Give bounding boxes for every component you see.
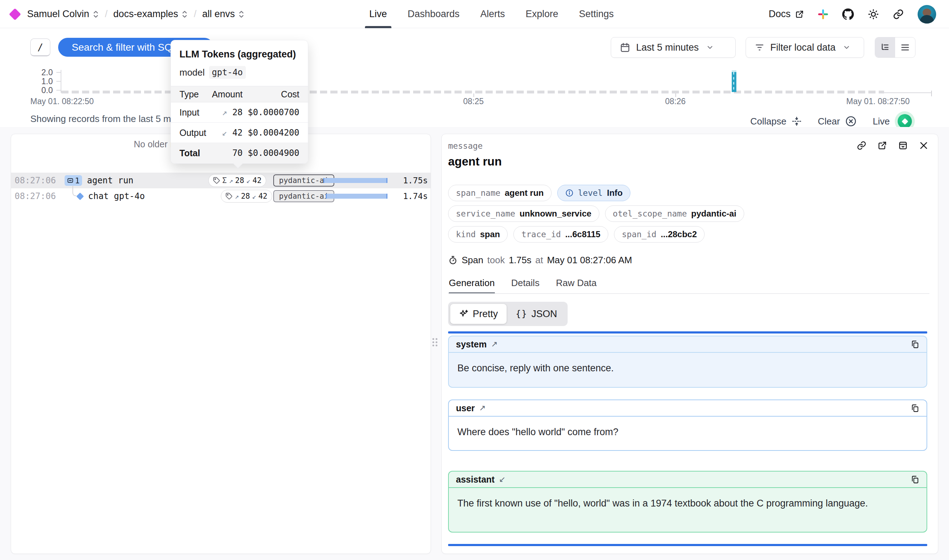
project-selector[interactable]: docs-examples xyxy=(114,9,188,20)
copy-icon[interactable] xyxy=(911,475,920,484)
y-axis-tick: 2.0 xyxy=(22,68,53,77)
open-in-new-icon[interactable] xyxy=(877,140,887,151)
attr-value: Info xyxy=(607,188,623,198)
panel-resize-handle[interactable] xyxy=(432,338,439,349)
share-link-icon[interactable] xyxy=(893,9,904,20)
trace-row-time: 08:27:06 xyxy=(15,188,56,204)
clear-circle-x-icon xyxy=(845,115,857,127)
message-text: Where does "hello world" come from? xyxy=(449,417,926,448)
org-name: Samuel Colvin xyxy=(27,9,89,20)
service-name-pill[interactable]: service_name unknown_service xyxy=(448,205,599,222)
span-timestamp: May 01 08:27:06 AM xyxy=(547,255,632,266)
col-cost: Cost xyxy=(243,86,308,102)
collapse-button[interactable]: Collapse xyxy=(750,116,802,127)
docs-link[interactable]: Docs xyxy=(769,9,804,20)
input-arrow-icon: ↗ xyxy=(222,108,227,117)
pretty-label: Pretty xyxy=(473,309,498,320)
duration-bar[interactable] xyxy=(326,194,388,198)
sparkle-icon xyxy=(459,309,469,319)
collapse-children-badge[interactable]: 1 xyxy=(65,175,82,186)
filter-local-data-dropdown[interactable]: Filter local data xyxy=(746,37,864,58)
attr-key: otel_scope_name xyxy=(613,209,687,218)
otel-scope-pill[interactable]: otel_scope_name pydantic-ai xyxy=(605,205,744,222)
token-summary-pill[interactable]: Σ ↗ 28 ↙ 42 xyxy=(208,174,266,187)
kind-pill[interactable]: kind span xyxy=(448,226,508,243)
input-tokens-arrow-icon: ↗ xyxy=(229,177,233,185)
info-icon xyxy=(565,189,574,197)
user-avatar[interactable] xyxy=(918,5,936,23)
close-icon[interactable] xyxy=(919,140,929,151)
nav-tab-alerts[interactable]: Alerts xyxy=(480,0,505,28)
col-type: Type xyxy=(171,86,209,102)
attr-key: span_name xyxy=(456,188,501,198)
x-axis-label-mid1: 08:25 xyxy=(455,96,491,106)
y-axis-tick: 1.0 xyxy=(22,77,53,86)
y-axis-tickmark xyxy=(56,90,61,91)
tag-icon xyxy=(226,192,232,200)
span-detail-panel: message agent run span_name agent run xyxy=(441,134,938,554)
y-axis-tickmark xyxy=(56,81,61,82)
span-id-pill[interactable]: span_id ...28cbc2 xyxy=(614,226,704,243)
logfire-logo-icon xyxy=(9,8,21,20)
logfire-app: Samuel Colvin / docs-examples / all envs… xyxy=(0,0,949,560)
environment-selector[interactable]: all envs xyxy=(202,9,245,20)
row-type: Total xyxy=(171,143,209,163)
message-role: assistant xyxy=(456,474,494,485)
breadcrumb: Samuel Colvin / docs-examples / all envs xyxy=(11,0,245,28)
message-text: The first known use of "hello, world" wa… xyxy=(449,488,926,519)
output-tokens-arrow-icon: ↙ xyxy=(246,177,250,185)
json-label: JSON xyxy=(531,309,557,320)
copy-link-icon[interactable] xyxy=(857,140,867,151)
stopwatch-icon xyxy=(448,255,458,265)
collapse-label: Collapse xyxy=(750,116,786,127)
took-word: took xyxy=(488,255,505,266)
nav-tab-explore[interactable]: Explore xyxy=(526,0,558,28)
detail-tabs: Generation Details Raw Data xyxy=(449,277,597,294)
span-title: agent run xyxy=(448,155,501,168)
row-amount: 28 xyxy=(232,108,243,117)
list-view-button[interactable] xyxy=(895,37,915,57)
nav-tab-settings[interactable]: Settings xyxy=(579,0,614,28)
tabs-divider xyxy=(448,293,929,294)
tab-generation[interactable]: Generation xyxy=(449,277,495,294)
span-name: agent run xyxy=(87,172,134,188)
github-icon[interactable] xyxy=(842,8,854,20)
copy-icon[interactable] xyxy=(911,404,920,413)
dock-panel-icon[interactable] xyxy=(898,140,908,151)
message-card-assistant: assistant ↙ The first known use of "hell… xyxy=(448,471,927,532)
pretty-view-button[interactable]: Pretty xyxy=(450,304,507,324)
scope-tag[interactable]: pydantic-ai xyxy=(273,190,334,202)
row-cost: $0.0004900 xyxy=(243,143,308,163)
scroll-indicator-bottom xyxy=(448,544,927,546)
attr-key: kind xyxy=(456,230,475,239)
docs-label: Docs xyxy=(769,9,791,20)
list-view-icon xyxy=(900,42,910,52)
theme-sun-icon[interactable] xyxy=(867,9,879,20)
message-role: user xyxy=(456,403,475,414)
slack-icon[interactable] xyxy=(818,9,828,20)
token-summary-pill[interactable]: ↗ 28 ↙ 42 xyxy=(221,190,272,203)
table-row-output: Output ↙ 42 $0.0004200 xyxy=(171,123,308,143)
llm-tokens-tooltip: LLM Tokens (aggregated) model gpt-4o Typ… xyxy=(171,40,308,164)
copy-icon[interactable] xyxy=(911,340,920,349)
x-axis-label-end: May 01. 08:27:50 xyxy=(846,96,910,106)
duration-bar[interactable] xyxy=(323,178,388,183)
span-name-pill[interactable]: span_name agent run xyxy=(448,185,552,201)
json-view-button[interactable]: {} JSON xyxy=(507,304,566,324)
children-count: 1 xyxy=(75,176,80,185)
tab-raw-data[interactable]: Raw Data xyxy=(556,277,597,294)
trace-id-pill[interactable]: trace_id ...6c8115 xyxy=(514,226,608,243)
nav-tab-live[interactable]: Live xyxy=(369,0,387,28)
nav-tab-dashboards[interactable]: Dashboards xyxy=(408,0,460,28)
org-selector[interactable]: Samuel Colvin xyxy=(27,9,99,20)
trace-row-chat-gpt-4o[interactable]: 08:27:06 chat gpt-4o ↗ 28 ↙ 42 pydantic-… xyxy=(11,188,431,204)
attr-key: level xyxy=(578,188,603,198)
level-pill[interactable]: level Info xyxy=(557,185,631,201)
tab-details[interactable]: Details xyxy=(511,277,540,294)
clear-button[interactable]: Clear xyxy=(818,115,857,127)
time-range-dropdown[interactable]: Last 5 minutes xyxy=(611,37,736,58)
model-key: model xyxy=(180,67,205,78)
tree-view-button[interactable] xyxy=(875,37,895,57)
search-shortcut-key[interactable]: / xyxy=(30,38,50,56)
timeline-record-bar[interactable] xyxy=(732,70,736,92)
